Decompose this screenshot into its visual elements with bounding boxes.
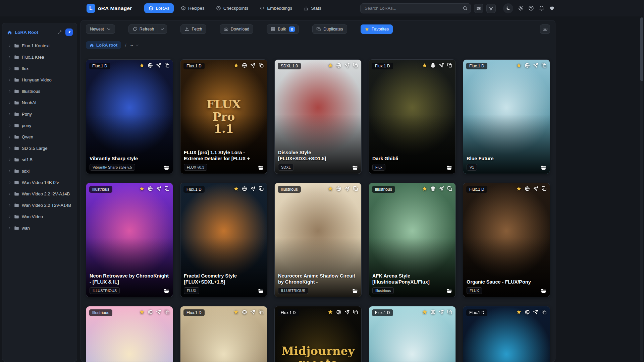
send-icon[interactable] [533,63,538,68]
globe-icon[interactable] [525,186,530,191]
copy-icon[interactable] [259,186,264,191]
chevron-right-icon[interactable] [8,44,11,48]
open-folder-icon[interactable] [541,288,546,294]
sidebar-folder-item[interactable]: Qwen [2,131,77,142]
chevron-right-icon[interactable] [8,135,11,139]
send-icon[interactable] [156,63,161,68]
send-icon[interactable] [533,309,538,315]
send-icon[interactable] [344,186,350,191]
copy-icon[interactable] [541,309,547,315]
lora-card[interactable]: Midjourney meets FLUXFlux.1 D [274,306,362,362]
chevron-right-icon[interactable] [8,146,11,150]
sidebar-folder-item[interactable]: SD 3.5 Large [2,142,77,154]
lora-card[interactable]: Flux.1 DBlue FutureV1 [463,59,550,174]
copy-icon[interactable] [447,63,452,68]
send-icon[interactable] [156,186,161,191]
send-icon[interactable] [439,63,444,68]
chevron-right-icon[interactable] [8,192,11,196]
copy-icon[interactable] [447,309,452,315]
favorite-star-icon[interactable] [422,186,427,191]
globe-icon[interactable] [242,186,247,191]
open-folder-icon[interactable] [258,165,264,171]
open-folder-icon[interactable] [352,165,358,171]
favorite-star-icon[interactable] [516,186,522,191]
chevron-right-icon[interactable] [8,158,11,162]
lora-card[interactable]: Illustrious [86,306,173,362]
globe-icon[interactable] [148,186,153,191]
favorite-star-icon[interactable] [139,309,145,315]
sidebar-folder-item[interactable]: Hunyuan Video [2,74,77,85]
chevron-right-icon[interactable] [8,55,11,59]
chevron-right-icon[interactable] [8,181,11,184]
open-folder-icon[interactable] [164,165,169,171]
open-folder-icon[interactable] [352,288,358,294]
sidebar-folder-item[interactable]: Wan Video [2,211,77,222]
version-tag[interactable]: Flux [372,164,385,171]
settings-button[interactable] [518,5,524,11]
sidebar-folder-item[interactable]: Pony [2,108,77,120]
version-tag[interactable]: SDXL [278,164,294,171]
copy-icon[interactable] [164,186,170,191]
globe-icon[interactable] [336,309,341,315]
nav-tab-recipes[interactable]: Recipes [176,3,209,13]
sidebar-folder-item[interactable]: wan [2,222,77,234]
lora-card[interactable]: Flux.1 DVibrantly Sharp styleVibrantly S… [86,59,173,174]
favorite-star-icon[interactable] [328,63,333,68]
help-button[interactable] [528,5,534,11]
open-folder-icon[interactable] [446,165,452,171]
fetch-button[interactable]: Fetch [180,24,206,34]
copy-icon[interactable] [164,309,170,315]
filter-sliders-button[interactable] [474,4,483,13]
globe-icon[interactable] [336,63,341,68]
favorite-star-icon[interactable] [233,309,239,315]
lora-card[interactable]: Flux.1 D [369,306,456,362]
globe-icon[interactable] [525,309,530,315]
open-folder-icon[interactable] [258,288,264,294]
sidebar-folder-item[interactable]: NoobAI [2,97,77,108]
copy-icon[interactable] [353,309,358,315]
copy-icon[interactable] [541,186,547,191]
chevron-right-icon[interactable] [8,112,11,116]
globe-icon[interactable] [430,63,436,68]
version-tag[interactable]: ILLUSTRIOUS [278,287,308,294]
lora-card[interactable]: FLUX Pro 1.1Flux.1 DFLUX [pro] 1.1 Style… [180,59,267,174]
lora-card[interactable]: IllustriousNeurocore Anime Shadow Circui… [274,183,362,297]
notifications-button[interactable] [539,5,544,11]
favorite-star-icon[interactable] [422,309,427,315]
favorite-star-icon[interactable] [233,186,239,191]
chevron-right-icon[interactable] [8,215,11,219]
copy-icon[interactable] [353,186,358,191]
breadcrumb-current[interactable]: -- [130,43,139,48]
refresh-button[interactable]: Refresh [128,24,158,34]
version-tag[interactable]: FLUX v0.3 [184,164,207,171]
favorite-star-icon[interactable] [516,309,522,315]
version-tag[interactable]: V1 [467,164,477,171]
favorite-star-icon[interactable] [422,63,427,68]
chevron-right-icon[interactable] [8,226,11,230]
chevron-right-icon[interactable] [8,67,11,70]
lora-card[interactable]: IllustriousNeon Retrowave by ChronoKnigh… [86,183,173,297]
globe-icon[interactable] [525,63,530,68]
nav-tab-embeddings[interactable]: Embeddings [255,3,297,13]
favorite-star-icon[interactable] [328,309,333,315]
chevron-right-icon[interactable] [8,78,11,82]
copy-icon[interactable] [353,63,358,68]
send-icon[interactable] [156,309,161,315]
send-icon[interactable] [250,63,256,68]
nav-tab-checkpoints[interactable]: Checkpoints [212,3,253,13]
globe-icon[interactable] [430,186,436,191]
globe-icon[interactable] [148,63,153,68]
chevron-right-icon[interactable] [8,101,11,105]
lora-card[interactable]: Flux.1 DFractal Geometry Style [FLUX+SDX… [180,183,267,297]
download-button[interactable]: Download [220,24,254,34]
sidebar-folder-item[interactable]: sdxl [2,165,77,177]
chevron-right-icon[interactable] [8,124,11,127]
favorite-star-icon[interactable] [516,63,522,68]
scrollbar[interactable] [640,17,643,361]
chevron-right-icon[interactable] [8,169,11,173]
chevron-right-icon[interactable] [8,203,11,207]
refresh-menu-button[interactable] [158,24,167,34]
lora-card[interactable]: Flux.1 DDark GhibliFlux [369,59,456,174]
sidebar-folder-item[interactable]: sd1.5 [2,154,77,165]
copy-icon[interactable] [259,63,264,68]
